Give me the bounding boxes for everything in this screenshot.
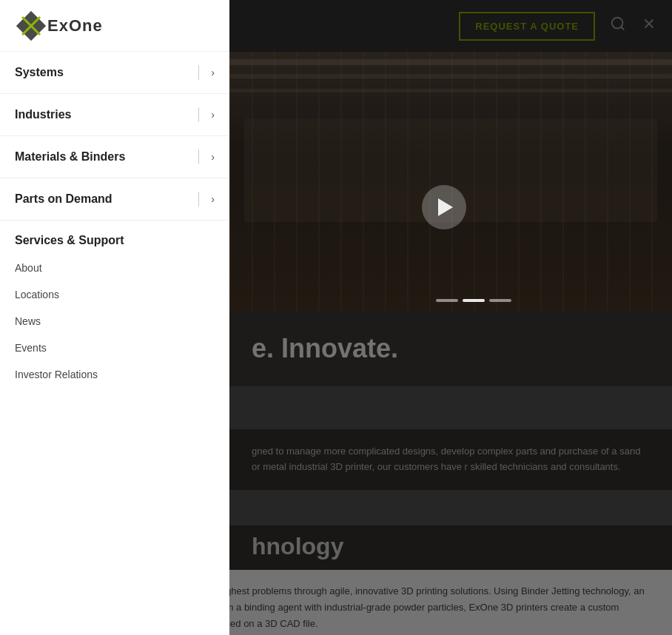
sidebar-item-news[interactable]: News xyxy=(15,308,215,335)
parts-divider xyxy=(198,192,199,206)
sidebar-item-materials-label: Materials & Binders xyxy=(15,150,125,164)
systems-divider xyxy=(198,65,199,80)
industries-chevron-icon: › xyxy=(211,109,215,121)
slide-dot-2[interactable] xyxy=(463,299,485,302)
sidebar-item-systems-label: Systems xyxy=(15,66,64,79)
sidebar-item-about[interactable]: About xyxy=(15,255,215,281)
sidebar-item-events[interactable]: Events xyxy=(15,335,215,361)
exone-logo: ExOne xyxy=(15,10,103,42)
sidebar-item-investor-relations[interactable]: Investor Relations xyxy=(15,361,215,388)
industries-divider xyxy=(198,107,199,122)
materials-arrow-area: › xyxy=(198,149,215,164)
slide-dot-3[interactable] xyxy=(489,299,511,302)
sidebar-item-materials[interactable]: Materials & Binders › xyxy=(0,136,229,178)
logo-text: ExOne xyxy=(47,16,103,36)
systems-chevron-icon: › xyxy=(211,67,215,78)
industries-arrow-area: › xyxy=(198,107,215,122)
sidebar-logo-area: ExOne xyxy=(0,0,229,52)
materials-chevron-icon: › xyxy=(211,151,215,163)
play-icon xyxy=(438,198,453,216)
materials-divider xyxy=(198,149,199,164)
sidebar-item-systems[interactable]: Systems › xyxy=(0,52,229,94)
slide-dot-1[interactable] xyxy=(436,299,458,302)
systems-arrow-area: › xyxy=(198,65,215,80)
sidebar-nav: ExOne Systems › Industries › Materials &… xyxy=(0,0,229,635)
services-support-header[interactable]: Services & Support xyxy=(15,221,215,255)
sidebar-item-locations[interactable]: Locations xyxy=(15,281,215,308)
content-overlay xyxy=(229,0,672,635)
parts-arrow-area: › xyxy=(198,192,215,206)
sidebar-item-parts-label: Parts on Demand xyxy=(15,192,112,206)
exone-logo-icon xyxy=(15,10,47,42)
parts-chevron-icon: › xyxy=(211,193,215,205)
video-play-button[interactable] xyxy=(422,185,466,229)
slide-indicators xyxy=(436,299,511,302)
sidebar-item-parts[interactable]: Parts on Demand › xyxy=(0,178,229,221)
sidebar-item-industries-label: Industries xyxy=(15,108,71,121)
services-support-section: Services & Support About Locations News … xyxy=(0,221,229,388)
sidebar-item-industries[interactable]: Industries › xyxy=(0,94,229,136)
